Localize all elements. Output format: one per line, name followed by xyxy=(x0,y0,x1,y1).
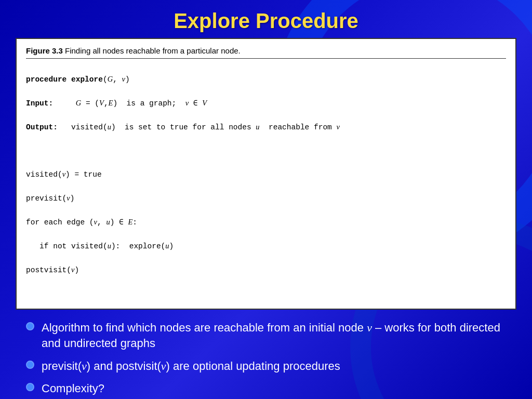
bullet-text-3: Complexity? xyxy=(42,381,104,396)
bullet-dot-2 xyxy=(26,361,34,369)
code-previsit: previsit(v) xyxy=(26,192,506,204)
code-content: procedure explore(G, v) Input: G = (V,E)… xyxy=(26,62,506,299)
slide-title: Explore Procedure xyxy=(10,9,522,33)
code-postvisit: postvisit(v) xyxy=(26,264,506,276)
bullet-item-3: Complexity? xyxy=(26,381,506,396)
code-visited: visited(v) = true xyxy=(26,168,506,180)
bullet-dot-1 xyxy=(26,322,34,330)
code-box: Figure 3.3 Finding all nodes reachable f… xyxy=(16,38,516,310)
code-if: if not visited(u): explore(u) xyxy=(26,240,506,252)
code-for: for each edge (v, u) ∈ E: xyxy=(26,216,506,228)
code-procedure: procedure explore(G, v) xyxy=(26,73,506,85)
code-blank1 xyxy=(26,145,506,156)
bullet-text-1: Algorithm to find which nodes are reacha… xyxy=(42,320,506,351)
code-input: Input: G = (V,E) is a graph; v ∈ V xyxy=(26,97,506,109)
figure-label: Figure 3.3 xyxy=(26,46,63,55)
bullet-item-1: Algorithm to find which nodes are reacha… xyxy=(26,320,506,351)
figure-caption: Figure 3.3 Finding all nodes reachable f… xyxy=(26,46,506,59)
title-bar: Explore Procedure xyxy=(0,0,532,38)
bullet-dot-3 xyxy=(26,383,34,391)
figure-text: Finding all nodes reachable from a parti… xyxy=(65,46,241,55)
bullet-item-2: previsit(v) and postvisit(v) are optiona… xyxy=(26,358,506,374)
code-output: Output: visited(u) is set to true for al… xyxy=(26,121,506,133)
bullet-text-2: previsit(v) and postvisit(v) are optiona… xyxy=(42,358,340,374)
bullets-section: Algorithm to find which nodes are reacha… xyxy=(0,310,532,399)
slide: Explore Procedure Figure 3.3 Finding all… xyxy=(0,0,532,399)
